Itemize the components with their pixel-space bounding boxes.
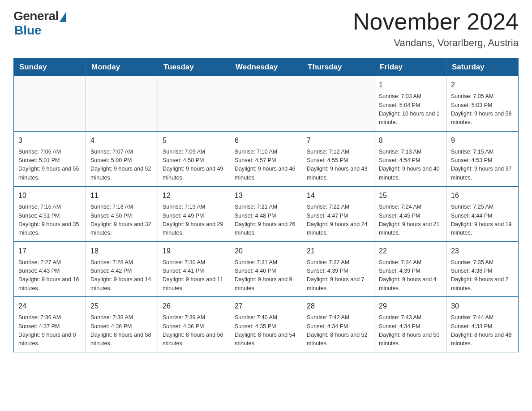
day-number: 20 xyxy=(235,246,297,257)
day-number: 15 xyxy=(379,190,442,201)
calendar-cell: 14Sunrise: 7:22 AMSunset: 4:47 PMDayligh… xyxy=(302,186,374,242)
day-of-week-header: Wednesday xyxy=(230,58,302,77)
day-number: 21 xyxy=(307,246,369,257)
day-number: 12 xyxy=(163,190,225,201)
day-number: 9 xyxy=(451,135,514,146)
day-info: Sunrise: 7:30 AMSunset: 4:41 PMDaylight:… xyxy=(163,258,225,293)
calendar-cell xyxy=(302,76,374,131)
day-number: 3 xyxy=(18,135,81,146)
header: General Blue November 2024 Vandans, Vora… xyxy=(13,9,519,49)
calendar-cell: 30Sunrise: 7:44 AMSunset: 4:33 PMDayligh… xyxy=(446,297,519,352)
calendar-cell: 10Sunrise: 7:16 AMSunset: 4:51 PMDayligh… xyxy=(14,186,86,242)
day-info: Sunrise: 7:42 AMSunset: 4:34 PMDaylight:… xyxy=(307,313,369,348)
day-info: Sunrise: 7:22 AMSunset: 4:47 PMDaylight:… xyxy=(307,203,369,238)
day-number: 5 xyxy=(163,135,225,146)
calendar-cell: 26Sunrise: 7:39 AMSunset: 4:36 PMDayligh… xyxy=(158,297,230,352)
day-number: 18 xyxy=(90,246,153,257)
calendar-cell xyxy=(158,76,230,131)
calendar-cell: 6Sunrise: 7:10 AMSunset: 4:57 PMDaylight… xyxy=(230,131,302,187)
calendar-week-row: 1Sunrise: 7:03 AMSunset: 5:04 PMDaylight… xyxy=(14,76,519,131)
day-info: Sunrise: 7:05 AMSunset: 5:03 PMDaylight:… xyxy=(451,92,514,127)
calendar-week-row: 3Sunrise: 7:06 AMSunset: 5:01 PMDaylight… xyxy=(14,131,519,187)
day-info: Sunrise: 7:24 AMSunset: 4:45 PMDaylight:… xyxy=(379,203,442,238)
day-info: Sunrise: 7:25 AMSunset: 4:44 PMDaylight:… xyxy=(451,203,514,238)
day-info: Sunrise: 7:27 AMSunset: 4:43 PMDaylight:… xyxy=(18,258,81,293)
calendar-cell: 16Sunrise: 7:25 AMSunset: 4:44 PMDayligh… xyxy=(446,186,519,242)
day-number: 28 xyxy=(307,301,369,312)
calendar-table: SundayMondayTuesdayWednesdayThursdayFrid… xyxy=(13,58,519,352)
day-info: Sunrise: 7:19 AMSunset: 4:49 PMDaylight:… xyxy=(163,203,225,238)
day-info: Sunrise: 7:12 AMSunset: 4:55 PMDaylight:… xyxy=(307,148,369,183)
day-number: 14 xyxy=(307,190,369,201)
calendar-cell: 28Sunrise: 7:42 AMSunset: 4:34 PMDayligh… xyxy=(302,297,374,352)
calendar-week-row: 10Sunrise: 7:16 AMSunset: 4:51 PMDayligh… xyxy=(14,186,519,242)
calendar-cell: 18Sunrise: 7:28 AMSunset: 4:42 PMDayligh… xyxy=(86,242,158,297)
day-number: 8 xyxy=(379,135,442,146)
day-number: 4 xyxy=(90,135,153,146)
day-number: 16 xyxy=(451,190,514,201)
day-number: 11 xyxy=(90,190,153,201)
day-info: Sunrise: 7:28 AMSunset: 4:42 PMDaylight:… xyxy=(90,258,153,293)
day-info: Sunrise: 7:07 AMSunset: 5:00 PMDaylight:… xyxy=(90,148,153,183)
day-info: Sunrise: 7:39 AMSunset: 4:36 PMDaylight:… xyxy=(163,313,225,348)
day-info: Sunrise: 7:36 AMSunset: 4:37 PMDaylight:… xyxy=(18,313,81,348)
calendar-cell: 8Sunrise: 7:13 AMSunset: 4:54 PMDaylight… xyxy=(374,131,446,187)
calendar-cell: 20Sunrise: 7:31 AMSunset: 4:40 PMDayligh… xyxy=(230,242,302,297)
calendar-week-row: 24Sunrise: 7:36 AMSunset: 4:37 PMDayligh… xyxy=(14,297,519,352)
day-number: 25 xyxy=(90,301,153,312)
calendar-cell: 12Sunrise: 7:19 AMSunset: 4:49 PMDayligh… xyxy=(158,186,230,242)
calendar-cell: 11Sunrise: 7:18 AMSunset: 4:50 PMDayligh… xyxy=(86,186,158,242)
day-number: 17 xyxy=(18,246,81,257)
day-info: Sunrise: 7:10 AMSunset: 4:57 PMDaylight:… xyxy=(235,148,297,183)
day-info: Sunrise: 7:16 AMSunset: 4:51 PMDaylight:… xyxy=(18,203,81,238)
logo-general-text: General xyxy=(13,9,59,23)
day-number: 26 xyxy=(163,301,225,312)
day-number: 23 xyxy=(451,246,514,257)
day-info: Sunrise: 7:18 AMSunset: 4:50 PMDaylight:… xyxy=(90,203,153,238)
day-info: Sunrise: 7:43 AMSunset: 4:34 PMDaylight:… xyxy=(379,313,442,348)
title-area: November 2024 Vandans, Vorarlberg, Austr… xyxy=(353,9,519,49)
day-info: Sunrise: 7:31 AMSunset: 4:40 PMDaylight:… xyxy=(235,258,297,293)
calendar-cell: 27Sunrise: 7:40 AMSunset: 4:35 PMDayligh… xyxy=(230,297,302,352)
day-of-week-header: Saturday xyxy=(446,58,519,77)
day-info: Sunrise: 7:35 AMSunset: 4:38 PMDaylight:… xyxy=(451,258,514,293)
calendar-cell: 23Sunrise: 7:35 AMSunset: 4:38 PMDayligh… xyxy=(446,242,519,297)
header-row: SundayMondayTuesdayWednesdayThursdayFrid… xyxy=(14,58,519,77)
day-number: 1 xyxy=(379,80,442,90)
day-info: Sunrise: 7:09 AMSunset: 4:58 PMDaylight:… xyxy=(163,148,225,183)
day-number: 30 xyxy=(451,301,514,312)
day-number: 24 xyxy=(18,301,81,312)
day-info: Sunrise: 7:06 AMSunset: 5:01 PMDaylight:… xyxy=(18,148,81,183)
calendar-cell: 21Sunrise: 7:32 AMSunset: 4:39 PMDayligh… xyxy=(302,242,374,297)
calendar-cell: 1Sunrise: 7:03 AMSunset: 5:04 PMDaylight… xyxy=(374,76,446,131)
day-number: 7 xyxy=(307,135,369,146)
day-info: Sunrise: 7:15 AMSunset: 4:53 PMDaylight:… xyxy=(451,148,514,183)
calendar-cell: 25Sunrise: 7:38 AMSunset: 4:36 PMDayligh… xyxy=(86,297,158,352)
calendar-cell xyxy=(86,76,158,131)
calendar-cell: 24Sunrise: 7:36 AMSunset: 4:37 PMDayligh… xyxy=(14,297,86,352)
day-info: Sunrise: 7:40 AMSunset: 4:35 PMDaylight:… xyxy=(235,313,297,348)
day-info: Sunrise: 7:03 AMSunset: 5:04 PMDaylight:… xyxy=(379,92,442,127)
calendar-cell: 13Sunrise: 7:21 AMSunset: 4:48 PMDayligh… xyxy=(230,186,302,242)
month-title: November 2024 xyxy=(353,9,519,34)
location-title: Vandans, Vorarlberg, Austria xyxy=(353,37,519,49)
calendar-cell: 22Sunrise: 7:34 AMSunset: 4:39 PMDayligh… xyxy=(374,242,446,297)
day-number: 10 xyxy=(18,190,81,201)
calendar-cell: 4Sunrise: 7:07 AMSunset: 5:00 PMDaylight… xyxy=(86,131,158,187)
day-info: Sunrise: 7:13 AMSunset: 4:54 PMDaylight:… xyxy=(379,148,442,183)
calendar-cell xyxy=(14,76,86,131)
day-info: Sunrise: 7:32 AMSunset: 4:39 PMDaylight:… xyxy=(307,258,369,293)
calendar-cell: 2Sunrise: 7:05 AMSunset: 5:03 PMDaylight… xyxy=(446,76,519,131)
day-info: Sunrise: 7:34 AMSunset: 4:39 PMDaylight:… xyxy=(379,258,442,293)
day-number: 29 xyxy=(379,301,442,312)
calendar-week-row: 17Sunrise: 7:27 AMSunset: 4:43 PMDayligh… xyxy=(14,242,519,297)
day-number: 2 xyxy=(451,80,514,90)
logo-blue-text: Blue xyxy=(14,23,42,38)
day-info: Sunrise: 7:21 AMSunset: 4:48 PMDaylight:… xyxy=(235,203,297,238)
day-of-week-header: Monday xyxy=(86,58,158,77)
day-number: 22 xyxy=(379,246,442,257)
day-info: Sunrise: 7:44 AMSunset: 4:33 PMDaylight:… xyxy=(451,313,514,348)
calendar-cell: 5Sunrise: 7:09 AMSunset: 4:58 PMDaylight… xyxy=(158,131,230,187)
day-of-week-header: Sunday xyxy=(14,58,86,77)
calendar-cell: 3Sunrise: 7:06 AMSunset: 5:01 PMDaylight… xyxy=(14,131,86,187)
